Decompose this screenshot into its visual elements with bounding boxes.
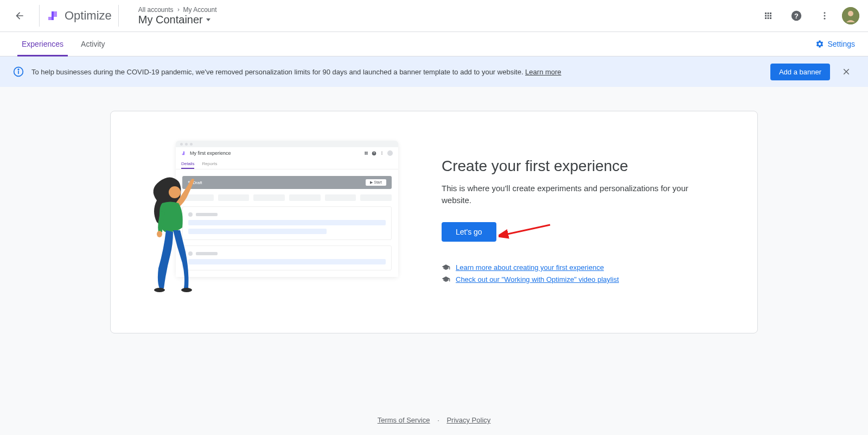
breadcrumb: All accounts My Account [138,6,217,14]
breadcrumb-account[interactable]: My Account [183,6,217,14]
apps-icon[interactable] [757,5,779,27]
onboarding-card: My first experience ? Details Reports ✎ … [110,111,758,333]
help-icon[interactable]: ? [786,5,807,27]
container-name: My Container [138,14,203,26]
person-illustration [143,173,203,295]
svg-point-2 [824,12,826,14]
back-button[interactable] [9,5,30,27]
svg-text:?: ? [794,12,799,20]
graduation-icon [442,263,450,272]
privacy-link[interactable]: Privacy Policy [446,416,490,424]
svg-point-21 [154,288,165,292]
svg-rect-10 [365,152,366,153]
learn-more-link[interactable]: Learn more about creating your first exp… [456,263,604,272]
svg-point-20 [157,231,162,237]
card-description: This is where you'll create experiments … [442,182,709,207]
dropdown-arrow-icon [206,18,210,21]
divider [118,5,119,27]
main-content: My first experience ? Details Reports ✎ … [0,87,868,357]
svg-rect-11 [366,152,367,153]
video-playlist-link[interactable]: Check out our "Working with Optimize" vi… [456,275,619,283]
terms-link[interactable]: Terms of Service [378,416,430,424]
optimize-logo-icon [46,9,59,22]
more-icon[interactable] [814,5,835,27]
info-banner: To help businesses during the COVID-19 p… [0,56,868,87]
breadcrumb-all[interactable]: All accounts [138,6,174,14]
svg-point-18 [381,154,382,155]
logo: Optimize [46,9,112,23]
svg-point-17 [381,153,382,153]
svg-point-22 [181,288,192,292]
svg-rect-13 [366,153,367,154]
settings-link[interactable]: Settings [815,40,855,48]
tab-experiences[interactable]: Experiences [13,32,72,56]
svg-point-6 [848,11,853,16]
divider [39,5,40,27]
svg-point-16 [381,152,382,152]
tab-activity[interactable]: Activity [72,32,113,56]
info-icon [13,66,24,77]
header: Optimize All accounts My Account My Cont… [0,0,868,32]
svg-point-3 [824,15,826,17]
close-icon [841,67,851,77]
arrow-annotation [499,224,553,240]
user-avatar[interactable] [842,7,859,24]
card-title: Create your first experience [442,157,709,175]
add-banner-button[interactable]: Add a banner [770,64,830,80]
svg-point-9 [18,69,19,70]
tabs-bar: Experiences Activity Settings [0,32,868,56]
gear-icon [815,40,824,48]
svg-point-19 [169,186,181,198]
svg-text:?: ? [373,152,375,155]
graduation-icon [442,275,450,284]
svg-line-24 [505,225,550,235]
lets-go-button[interactable]: Let's go [442,222,496,242]
illustration: My first experience ? Details Reports ✎ … [143,141,404,304]
svg-rect-12 [365,153,366,154]
close-banner-button[interactable] [838,63,855,80]
footer: Terms of Service · Privacy Policy [0,416,868,424]
chevron-right-icon [176,7,181,12]
logo-text: Optimize [65,9,112,23]
banner-learn-more-link[interactable]: Learn more [525,68,561,76]
svg-point-4 [824,18,826,20]
banner-text: To help businesses during the COVID-19 p… [31,68,763,76]
container-selector[interactable]: All accounts My Account My Container [138,6,217,26]
